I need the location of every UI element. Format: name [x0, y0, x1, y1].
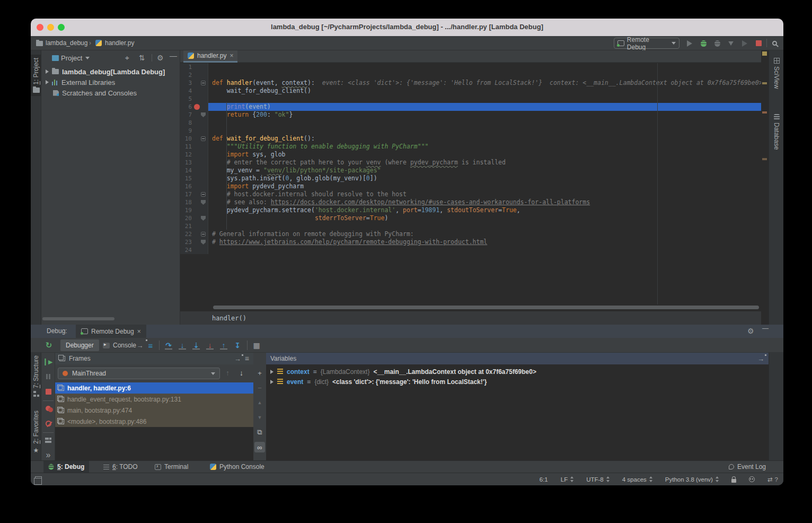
project-hscrollbar[interactable]: [42, 317, 114, 320]
debug-session-tab[interactable]: Remote Debug ×: [76, 325, 146, 338]
move-up-icon[interactable]: ▲: [254, 397, 265, 408]
code-line[interactable]: 11 """Utility function to enable debuggi…: [180, 143, 761, 151]
project-panel-header[interactable]: Project ⌖ ⇅ ⚙ —: [41, 50, 180, 65]
evaluate-expression-icon[interactable]: ▦: [251, 340, 262, 351]
step-into-my-code-icon[interactable]: ⇣: [191, 340, 201, 351]
status-item-6-1[interactable]: 6:1: [540, 476, 548, 483]
code-line[interactable]: 16 import pydevd_pycharm: [180, 182, 761, 190]
editor-gutter-cell[interactable]: 8: [180, 119, 208, 127]
add-watch-icon[interactable]: +: [254, 368, 265, 378]
next-frame-icon[interactable]: ↓: [240, 369, 243, 377]
editor-gutter-cell[interactable]: 1: [180, 63, 208, 71]
step-into-icon[interactable]: ↓: [177, 340, 188, 351]
code-line[interactable]: 7 return {200: "ok"}: [180, 111, 761, 119]
code-line[interactable]: 9: [180, 127, 761, 135]
remove-watch-icon[interactable]: −: [254, 382, 265, 393]
editor-gutter-cell[interactable]: 2: [180, 71, 208, 79]
run-button[interactable]: [685, 39, 694, 48]
toolwindow-button-terminal[interactable]: Terminal: [150, 461, 193, 473]
search-everywhere-button[interactable]: [770, 39, 779, 48]
editor-gutter-cell[interactable]: 5: [180, 95, 208, 103]
fold-marker-icon[interactable]: [201, 112, 206, 117]
more-actions-icon[interactable]: »: [43, 450, 53, 460]
editor-gutter-cell[interactable]: 24: [180, 246, 208, 254]
tree-item-lambda-debug[interactable]: lambda_debug [Lambda Debug]: [41, 66, 180, 77]
expand-arrow-icon[interactable]: [46, 69, 49, 74]
code-line[interactable]: 23# https://www.jetbrains.com/help/pycha…: [180, 238, 761, 246]
run-to-cursor-icon[interactable]: ↧: [232, 340, 243, 351]
toolwindow-toggle-icon[interactable]: [35, 476, 42, 482]
warning-mark[interactable]: [762, 111, 767, 114]
sidebar-item-project[interactable]: 1: Project: [31, 55, 41, 96]
locate-file-icon[interactable]: ⌖: [125, 54, 129, 63]
editor-hscrollbar[interactable]: [213, 306, 759, 309]
editor-gutter-cell[interactable]: 17: [180, 190, 208, 198]
editor-gutter-cell[interactable]: 9: [180, 127, 208, 135]
mute-breakpoints-icon[interactable]: [43, 419, 53, 428]
fold-marker-icon[interactable]: [201, 81, 206, 85]
editor-gutter-cell[interactable]: 16: [180, 182, 208, 190]
code-line[interactable]: 15 sys.path.insert(0, glob.glob(my_venv)…: [180, 175, 761, 182]
code-line[interactable]: 17 # host.docker.internal should resolve…: [180, 190, 761, 198]
move-down-icon[interactable]: ▼: [254, 412, 265, 423]
warning-mark[interactable]: [762, 158, 767, 160]
sidebar-item-favorites[interactable]: 2: Favorites★: [31, 411, 41, 454]
view-breakpoints-icon[interactable]: [43, 404, 53, 413]
code-line[interactable]: 12 import sys, glob: [180, 151, 761, 159]
editor-gutter-cell[interactable]: 11: [180, 143, 208, 151]
jump-to-output-icon[interactable]: →: [135, 340, 145, 351]
resume-icon[interactable]: ▎▶: [43, 357, 53, 367]
code-line[interactable]: 3def handler(event, context): event: <cl…: [180, 79, 761, 87]
code-line[interactable]: 21: [180, 222, 761, 230]
step-out-icon[interactable]: ↑: [218, 340, 229, 351]
run-configuration-select[interactable]: Remote Debug: [614, 38, 679, 49]
duplicate-watch-icon[interactable]: ⧉: [254, 427, 265, 438]
hide-panel-icon[interactable]: —: [762, 325, 769, 332]
code-line[interactable]: 14 my_venv = "venv/lib/python*/site-pack…: [180, 167, 761, 175]
code-line[interactable]: 10def wait_for_debug_client():: [180, 135, 761, 143]
collapse-all-icon[interactable]: ⇅: [139, 54, 145, 62]
code-line[interactable]: 4 wait_for_debug_client(): [180, 87, 761, 95]
editor-gutter-cell[interactable]: 12: [180, 151, 208, 159]
gear-icon[interactable]: ⚙: [747, 327, 754, 335]
expand-arrow-icon[interactable]: [270, 380, 273, 384]
status-item-utf-8[interactable]: UTF-8: [586, 476, 610, 483]
fold-marker-icon[interactable]: [201, 240, 206, 245]
status-lock[interactable]: [731, 476, 736, 483]
fold-marker-icon[interactable]: [201, 200, 206, 205]
toolwindow-button-6-todo[interactable]: 6: TODO: [99, 461, 143, 473]
previous-frame-icon[interactable]: ↑: [226, 369, 230, 377]
force-step-into-icon[interactable]: ↓: [205, 340, 215, 351]
code-line[interactable]: 22# General information on remote debugg…: [180, 230, 761, 238]
code-line[interactable]: 18 # see also: https://docs.docker.com/d…: [180, 198, 761, 206]
editor-gutter-cell[interactable]: 20: [180, 214, 208, 222]
frame-row[interactable]: handle_event_request, bootstrap.py:131: [55, 394, 253, 405]
code-line[interactable]: 8: [180, 119, 761, 127]
event-log-button[interactable]: Event Log: [724, 461, 771, 473]
toolwindow-button-python-console[interactable]: Python Console: [205, 461, 269, 473]
tab-handler-py[interactable]: handler.py ×: [183, 50, 237, 63]
code-line[interactable]: 20 stderrToServer=True): [180, 214, 761, 222]
code-line[interactable]: 24: [180, 246, 761, 254]
gear-icon[interactable]: ⚙: [157, 54, 164, 62]
editor-gutter-cell[interactable]: 6: [180, 103, 208, 111]
thread-select[interactable]: MainThread: [58, 368, 220, 379]
editor-gutter-cell[interactable]: 14: [180, 167, 208, 175]
menu-icon[interactable]: ≡: [245, 354, 249, 363]
editor-gutter-cell[interactable]: 10: [180, 135, 208, 143]
code-line[interactable]: 6 print(event): [180, 103, 761, 111]
sidebar-item-sciview[interactable]: SciView: [771, 58, 782, 89]
stop-icon[interactable]: [43, 387, 53, 396]
editor-gutter-cell[interactable]: 13: [180, 159, 208, 167]
expand-arrow-icon[interactable]: [46, 80, 49, 84]
breadcrumb-root[interactable]: lambda_debug: [46, 39, 87, 47]
code-line[interactable]: 2: [180, 71, 761, 79]
error-stripe[interactable]: [761, 50, 769, 325]
expand-arrow-icon[interactable]: [270, 370, 273, 374]
code-line[interactable]: 13 # enter the correct path here to your…: [180, 159, 761, 167]
frame-row[interactable]: main, bootstrap.py:474: [55, 405, 253, 416]
fold-marker-icon[interactable]: [201, 216, 206, 221]
status-item-4-spaces[interactable]: 4 spaces: [622, 476, 652, 483]
editor-gutter-cell[interactable]: 23: [180, 238, 208, 246]
hide-panel-icon[interactable]: —: [170, 51, 177, 60]
